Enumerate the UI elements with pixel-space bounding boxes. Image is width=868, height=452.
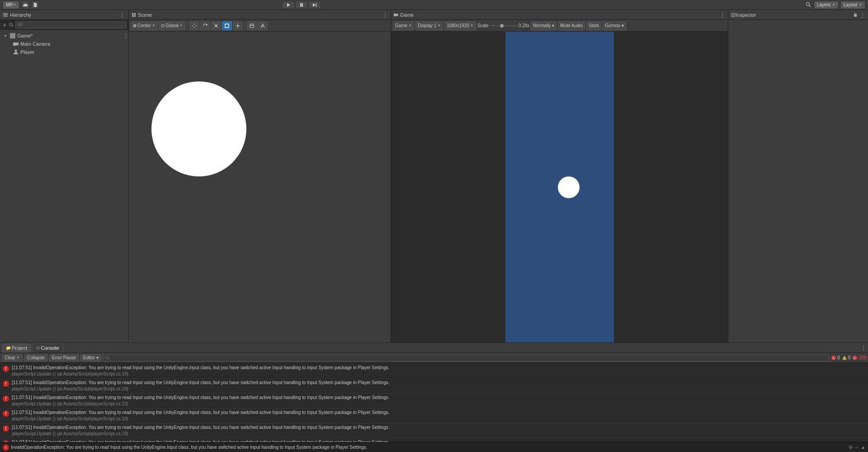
- svg-rect-12: [13, 43, 17, 46]
- pause-button[interactable]: [295, 1, 308, 9]
- scene-tool-scale[interactable]: [211, 21, 221, 30]
- hierarchy-item-main-camera[interactable]: Main Camera: [0, 40, 128, 48]
- hierarchy-header: Hierarchy ⋮: [0, 10, 128, 20]
- scene-tool-move[interactable]: [189, 21, 199, 30]
- console-search-input[interactable]: [110, 355, 827, 360]
- hierarchy-search-input[interactable]: [15, 21, 127, 29]
- game-viewport[interactable]: [391, 32, 728, 343]
- scale-slider[interactable]: [490, 24, 517, 28]
- hierarchy-item-game[interactable]: ▼ Game* ⋮: [0, 32, 128, 40]
- scene-tool-extra1[interactable]: [247, 21, 257, 30]
- scene-center-dropdown[interactable]: Center ▼: [131, 21, 158, 30]
- svg-rect-2: [302, 3, 303, 7]
- play-button[interactable]: [282, 1, 295, 9]
- game-more-button[interactable]: ⋮: [720, 12, 725, 18]
- layout-chevron: ▼: [859, 3, 862, 7]
- console-row[interactable]: ! [11:07:51] InvalidOperationException: …: [0, 438, 868, 442]
- mr-button[interactable]: MR ▼: [3, 1, 19, 9]
- inspector-icon: [731, 13, 736, 17]
- status-up-icon[interactable]: ▲: [861, 445, 865, 450]
- search-icon[interactable]: [805, 1, 812, 9]
- status-gear-icon[interactable]: ⚙: [849, 445, 853, 450]
- mr-label: MR: [6, 2, 13, 7]
- layers-chevron: ▼: [832, 3, 835, 7]
- step-button[interactable]: [308, 1, 321, 9]
- scene-more-button[interactable]: ⋮: [382, 12, 388, 18]
- stats-button[interactable]: Stats: [586, 21, 601, 30]
- inspector-header: Inspector ⋮: [728, 10, 868, 20]
- hierarchy-more-button[interactable]: ⋮: [118, 11, 126, 19]
- game-more-button[interactable]: ⋮: [123, 33, 128, 39]
- scene-tool-transform[interactable]: [233, 21, 243, 30]
- console-search-bar: [103, 354, 829, 362]
- console-row[interactable]: ! [11:07:51] InvalidOperationException: …: [0, 409, 868, 423]
- scene-tool-extra2[interactable]: [258, 21, 268, 30]
- svg-text:!: !: [854, 356, 855, 360]
- game-normally-dropdown[interactable]: Normally ▾: [531, 21, 557, 30]
- cloud-button[interactable]: [21, 1, 29, 9]
- game-mode-dropdown[interactable]: Game ▼: [393, 21, 414, 30]
- status-error-text: InvalidOperationException: You are tryin…: [11, 445, 847, 450]
- svg-line-24: [214, 24, 215, 25]
- console-row[interactable]: ! [11:07:51] InvalidOperationException: …: [0, 364, 868, 379]
- svg-line-27: [217, 27, 218, 28]
- game-resolution-dropdown[interactable]: 1080x1920 ▼: [444, 21, 476, 30]
- inspector-header-right: ⋮: [853, 12, 865, 18]
- console-error-icon: !: [3, 381, 9, 387]
- svg-marker-0: [287, 3, 290, 7]
- game-display-dropdown[interactable]: Display 1 ▼: [415, 21, 443, 30]
- collapse-button[interactable]: Collapse: [24, 354, 47, 362]
- inspector-more-button[interactable]: ⋮: [860, 12, 865, 18]
- log-count-icon: !: [852, 355, 858, 361]
- player-label: Player: [20, 49, 34, 55]
- console-row[interactable]: ! [11:07:51] InvalidOperationException: …: [0, 379, 868, 394]
- hierarchy-header-icons: ⋮: [118, 11, 126, 19]
- scale-area: Scale 0.28x: [477, 23, 529, 28]
- svg-rect-17: [132, 15, 134, 17]
- clear-chevron: ▼: [16, 356, 20, 360]
- clear-label: Clear: [5, 355, 15, 360]
- console-message-text: [11:07:51] InvalidOperationException: Yo…: [12, 424, 865, 437]
- normally-label: Normally ▾: [533, 23, 554, 28]
- scene-global-dropdown[interactable]: Global ▼: [159, 21, 185, 30]
- scene-tool-rotate[interactable]: [200, 21, 210, 30]
- hierarchy-title: Hierarchy: [10, 12, 31, 18]
- hierarchy-item-player[interactable]: Player: [0, 48, 128, 56]
- mute-audio-button[interactable]: Mute Audio: [558, 21, 585, 30]
- console-row[interactable]: ! [11:07:51] InvalidOperationException: …: [0, 423, 868, 438]
- svg-line-25: [217, 24, 218, 25]
- console-tab-label: Console: [41, 345, 59, 351]
- tab-console[interactable]: ⊟ Console: [32, 343, 63, 352]
- error-pause-button[interactable]: Error Pause: [49, 354, 79, 362]
- camera-icon: [13, 41, 19, 47]
- svg-line-11: [12, 25, 14, 27]
- project-tab-label: Project: [12, 345, 27, 351]
- scene-panel: Scene ⋮ Center ▼ Global ▼: [129, 10, 391, 343]
- console-counts: ! 0 ! 0 ! 209: [831, 355, 866, 361]
- game-object-label: Game*: [17, 33, 33, 38]
- hierarchy-add-button[interactable]: +: [2, 21, 7, 29]
- status-resize-icon[interactable]: ↔: [854, 445, 859, 450]
- console-row[interactable]: ! [11:07:51] InvalidOperationException: …: [0, 394, 868, 409]
- scene-title: Scene: [138, 12, 152, 18]
- svg-rect-23: [215, 25, 217, 27]
- inspector-lock-icon[interactable]: [853, 12, 858, 17]
- svg-point-10: [9, 23, 12, 26]
- display-label: Display 1: [418, 23, 436, 28]
- layers-dropdown[interactable]: Layers ▼: [814, 1, 839, 9]
- scene-tool-rect[interactable]: [222, 21, 232, 30]
- gear-button[interactable]: [31, 1, 39, 9]
- console-error-icon: !: [3, 366, 9, 372]
- tab-project[interactable]: 📁 Project: [2, 343, 31, 352]
- game-player-circle: [558, 176, 580, 198]
- svg-point-42: [106, 356, 108, 359]
- clear-button[interactable]: Clear ▼: [2, 354, 23, 362]
- player-icon: [13, 49, 19, 55]
- scene-viewport[interactable]: [129, 32, 391, 343]
- error-count-icon: !: [831, 355, 836, 361]
- layout-dropdown[interactable]: Layout ▼: [840, 1, 865, 9]
- bottom-tabs-more-button[interactable]: ⋮: [861, 345, 866, 351]
- gizmos-dropdown[interactable]: Gizmos ▾: [603, 21, 626, 30]
- editor-dropdown[interactable]: Editor ▾: [80, 354, 101, 362]
- svg-rect-15: [132, 13, 134, 15]
